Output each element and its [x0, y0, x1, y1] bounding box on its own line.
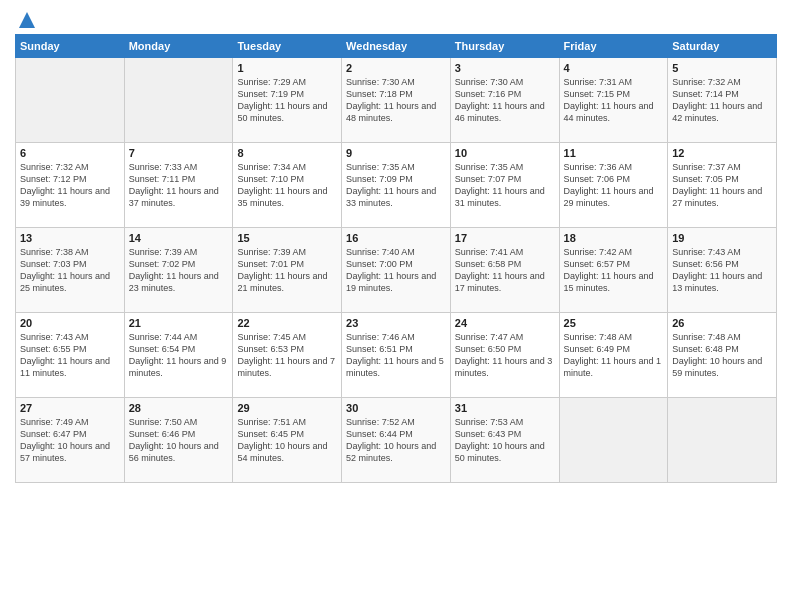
day-cell: 23Sunrise: 7:46 AMSunset: 6:51 PMDayligh… — [342, 313, 451, 398]
day-cell: 18Sunrise: 7:42 AMSunset: 6:57 PMDayligh… — [559, 228, 668, 313]
day-number: 13 — [20, 232, 120, 244]
day-info: Sunrise: 7:48 AMSunset: 6:49 PMDaylight:… — [564, 331, 664, 380]
day-header-wednesday: Wednesday — [342, 35, 451, 58]
logo-text — [15, 10, 37, 30]
day-number: 28 — [129, 402, 229, 414]
day-number: 12 — [672, 147, 772, 159]
day-cell: 21Sunrise: 7:44 AMSunset: 6:54 PMDayligh… — [124, 313, 233, 398]
day-cell: 3Sunrise: 7:30 AMSunset: 7:16 PMDaylight… — [450, 58, 559, 143]
day-cell: 19Sunrise: 7:43 AMSunset: 6:56 PMDayligh… — [668, 228, 777, 313]
header — [15, 10, 777, 26]
day-cell: 15Sunrise: 7:39 AMSunset: 7:01 PMDayligh… — [233, 228, 342, 313]
day-number: 6 — [20, 147, 120, 159]
logo-icon — [17, 10, 37, 30]
day-info: Sunrise: 7:35 AMSunset: 7:09 PMDaylight:… — [346, 161, 446, 210]
day-number: 31 — [455, 402, 555, 414]
day-number: 5 — [672, 62, 772, 74]
day-info: Sunrise: 7:31 AMSunset: 7:15 PMDaylight:… — [564, 76, 664, 125]
day-cell: 10Sunrise: 7:35 AMSunset: 7:07 PMDayligh… — [450, 143, 559, 228]
day-cell — [668, 398, 777, 483]
day-number: 26 — [672, 317, 772, 329]
day-cell: 17Sunrise: 7:41 AMSunset: 6:58 PMDayligh… — [450, 228, 559, 313]
day-cell: 12Sunrise: 7:37 AMSunset: 7:05 PMDayligh… — [668, 143, 777, 228]
day-cell: 6Sunrise: 7:32 AMSunset: 7:12 PMDaylight… — [16, 143, 125, 228]
week-row-1: 1Sunrise: 7:29 AMSunset: 7:19 PMDaylight… — [16, 58, 777, 143]
day-info: Sunrise: 7:41 AMSunset: 6:58 PMDaylight:… — [455, 246, 555, 295]
day-info: Sunrise: 7:46 AMSunset: 6:51 PMDaylight:… — [346, 331, 446, 380]
day-cell — [124, 58, 233, 143]
day-cell: 8Sunrise: 7:34 AMSunset: 7:10 PMDaylight… — [233, 143, 342, 228]
day-info: Sunrise: 7:36 AMSunset: 7:06 PMDaylight:… — [564, 161, 664, 210]
day-cell: 26Sunrise: 7:48 AMSunset: 6:48 PMDayligh… — [668, 313, 777, 398]
day-number: 4 — [564, 62, 664, 74]
day-cell: 28Sunrise: 7:50 AMSunset: 6:46 PMDayligh… — [124, 398, 233, 483]
header-row: SundayMondayTuesdayWednesdayThursdayFrid… — [16, 35, 777, 58]
day-cell: 22Sunrise: 7:45 AMSunset: 6:53 PMDayligh… — [233, 313, 342, 398]
day-cell: 13Sunrise: 7:38 AMSunset: 7:03 PMDayligh… — [16, 228, 125, 313]
day-cell: 31Sunrise: 7:53 AMSunset: 6:43 PMDayligh… — [450, 398, 559, 483]
day-header-saturday: Saturday — [668, 35, 777, 58]
day-number: 11 — [564, 147, 664, 159]
day-cell: 11Sunrise: 7:36 AMSunset: 7:06 PMDayligh… — [559, 143, 668, 228]
day-info: Sunrise: 7:49 AMSunset: 6:47 PMDaylight:… — [20, 416, 120, 465]
day-number: 23 — [346, 317, 446, 329]
day-cell: 20Sunrise: 7:43 AMSunset: 6:55 PMDayligh… — [16, 313, 125, 398]
day-number: 20 — [20, 317, 120, 329]
day-header-thursday: Thursday — [450, 35, 559, 58]
day-info: Sunrise: 7:50 AMSunset: 6:46 PMDaylight:… — [129, 416, 229, 465]
day-info: Sunrise: 7:32 AMSunset: 7:14 PMDaylight:… — [672, 76, 772, 125]
day-header-monday: Monday — [124, 35, 233, 58]
day-cell: 30Sunrise: 7:52 AMSunset: 6:44 PMDayligh… — [342, 398, 451, 483]
day-info: Sunrise: 7:29 AMSunset: 7:19 PMDaylight:… — [237, 76, 337, 125]
day-number: 3 — [455, 62, 555, 74]
day-cell: 1Sunrise: 7:29 AMSunset: 7:19 PMDaylight… — [233, 58, 342, 143]
day-header-tuesday: Tuesday — [233, 35, 342, 58]
day-info: Sunrise: 7:45 AMSunset: 6:53 PMDaylight:… — [237, 331, 337, 380]
day-info: Sunrise: 7:42 AMSunset: 6:57 PMDaylight:… — [564, 246, 664, 295]
day-info: Sunrise: 7:47 AMSunset: 6:50 PMDaylight:… — [455, 331, 555, 380]
day-info: Sunrise: 7:53 AMSunset: 6:43 PMDaylight:… — [455, 416, 555, 465]
day-cell: 4Sunrise: 7:31 AMSunset: 7:15 PMDaylight… — [559, 58, 668, 143]
day-number: 14 — [129, 232, 229, 244]
day-number: 22 — [237, 317, 337, 329]
day-cell — [559, 398, 668, 483]
day-info: Sunrise: 7:38 AMSunset: 7:03 PMDaylight:… — [20, 246, 120, 295]
day-number: 1 — [237, 62, 337, 74]
day-info: Sunrise: 7:30 AMSunset: 7:18 PMDaylight:… — [346, 76, 446, 125]
logo — [15, 10, 37, 26]
day-number: 10 — [455, 147, 555, 159]
day-info: Sunrise: 7:30 AMSunset: 7:16 PMDaylight:… — [455, 76, 555, 125]
day-number: 30 — [346, 402, 446, 414]
day-info: Sunrise: 7:43 AMSunset: 6:55 PMDaylight:… — [20, 331, 120, 380]
day-cell: 7Sunrise: 7:33 AMSunset: 7:11 PMDaylight… — [124, 143, 233, 228]
day-number: 19 — [672, 232, 772, 244]
svg-marker-0 — [19, 12, 35, 28]
day-number: 29 — [237, 402, 337, 414]
day-header-sunday: Sunday — [16, 35, 125, 58]
day-cell: 9Sunrise: 7:35 AMSunset: 7:09 PMDaylight… — [342, 143, 451, 228]
day-cell: 14Sunrise: 7:39 AMSunset: 7:02 PMDayligh… — [124, 228, 233, 313]
day-number: 27 — [20, 402, 120, 414]
day-number: 2 — [346, 62, 446, 74]
day-info: Sunrise: 7:44 AMSunset: 6:54 PMDaylight:… — [129, 331, 229, 380]
day-number: 16 — [346, 232, 446, 244]
day-info: Sunrise: 7:33 AMSunset: 7:11 PMDaylight:… — [129, 161, 229, 210]
day-info: Sunrise: 7:32 AMSunset: 7:12 PMDaylight:… — [20, 161, 120, 210]
week-row-2: 6Sunrise: 7:32 AMSunset: 7:12 PMDaylight… — [16, 143, 777, 228]
day-number: 8 — [237, 147, 337, 159]
day-info: Sunrise: 7:43 AMSunset: 6:56 PMDaylight:… — [672, 246, 772, 295]
day-cell: 24Sunrise: 7:47 AMSunset: 6:50 PMDayligh… — [450, 313, 559, 398]
day-info: Sunrise: 7:37 AMSunset: 7:05 PMDaylight:… — [672, 161, 772, 210]
day-number: 17 — [455, 232, 555, 244]
day-number: 9 — [346, 147, 446, 159]
day-number: 21 — [129, 317, 229, 329]
day-cell: 25Sunrise: 7:48 AMSunset: 6:49 PMDayligh… — [559, 313, 668, 398]
day-number: 25 — [564, 317, 664, 329]
week-row-3: 13Sunrise: 7:38 AMSunset: 7:03 PMDayligh… — [16, 228, 777, 313]
day-info: Sunrise: 7:51 AMSunset: 6:45 PMDaylight:… — [237, 416, 337, 465]
day-cell — [16, 58, 125, 143]
day-info: Sunrise: 7:35 AMSunset: 7:07 PMDaylight:… — [455, 161, 555, 210]
day-cell: 27Sunrise: 7:49 AMSunset: 6:47 PMDayligh… — [16, 398, 125, 483]
day-number: 7 — [129, 147, 229, 159]
day-number: 18 — [564, 232, 664, 244]
